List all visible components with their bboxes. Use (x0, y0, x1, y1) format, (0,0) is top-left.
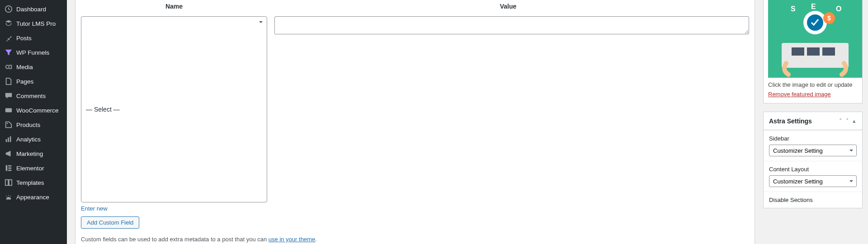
sidebar-item-comments[interactable]: Comments (0, 89, 67, 103)
admin-sidebar: Dashboard Tutor LMS Pro Posts WP Funnels… (0, 0, 67, 244)
products-icon (5, 121, 13, 129)
svg-rect-10 (8, 170, 11, 171)
svg-point-3 (7, 123, 8, 124)
sidebar-label: Dashboard (16, 6, 46, 13)
sidebar-item-marketing[interactable]: Marketing (0, 146, 67, 161)
custom-field-value-input[interactable] (274, 16, 749, 34)
custom-fields-metabox: Name Value — Select — Enter new Add Cust… (75, 0, 755, 244)
elementor-icon (5, 164, 13, 172)
svg-text:S: S (791, 5, 796, 13)
use-in-theme-link[interactable]: use in your theme (269, 236, 315, 243)
tutor-icon (5, 19, 13, 28)
sidebar-label: Pages (16, 78, 33, 85)
sidebar-label: Marketing (16, 150, 43, 157)
marketing-icon (5, 150, 13, 158)
pages-icon (5, 77, 13, 85)
astra-settings-metabox: Astra Settings ˄ ˅ ▴ Sidebar Customizer … (763, 112, 863, 208)
svg-text:$: $ (827, 14, 831, 22)
sidebar-label: Tutor LMS Pro (16, 20, 56, 27)
svg-rect-19 (807, 47, 820, 56)
sidebar-item-wp-funnels[interactable]: WP Funnels (0, 45, 67, 60)
sidebar-item-dashboard[interactable]: Dashboard (0, 2, 67, 16)
featured-image-edit-text: Click the image to edit or update (768, 81, 858, 88)
svg-text:O: O (836, 5, 841, 13)
svg-rect-7 (6, 165, 8, 171)
sidebar-label: Elementor (16, 165, 44, 172)
sidebar-label: WP Funnels (16, 49, 49, 56)
sidebar-label: Products (16, 122, 40, 128)
sidebar-label: Appearance (16, 194, 49, 201)
astra-layout-label: Content Layout (769, 166, 857, 173)
cf-name-header: Name (81, 3, 267, 10)
appearance-icon (5, 193, 13, 201)
featured-image-thumbnail[interactable]: $SEO (768, 0, 862, 78)
svg-rect-8 (8, 165, 11, 167)
metabox-collapse-icon[interactable]: ▴ (852, 117, 857, 125)
svg-rect-4 (6, 139, 7, 142)
woocommerce-icon (5, 106, 13, 114)
featured-image-metabox: $SEO Click the image to edit or update R… (763, 0, 863, 103)
svg-point-13 (8, 195, 9, 196)
svg-point-14 (6, 196, 7, 197)
custom-field-name-select[interactable]: — Select — (81, 16, 267, 202)
svg-point-1 (6, 65, 9, 68)
svg-text:E: E (811, 3, 816, 10)
astra-sidebar-select[interactable]: Customizer Setting (769, 145, 857, 156)
svg-rect-2 (5, 108, 12, 113)
astra-title: Astra Settings (769, 117, 812, 125)
sidebar-item-woocommerce[interactable]: WooCommerce (0, 103, 67, 117)
add-custom-field-button[interactable]: Add Custom Field (81, 216, 139, 229)
sidebar-item-posts[interactable]: Posts (0, 31, 67, 45)
sidebar-label: Analytics (16, 136, 41, 143)
svg-rect-20 (822, 47, 835, 56)
astra-sidebar-label: Sidebar (769, 135, 857, 142)
svg-rect-12 (9, 180, 12, 186)
svg-rect-11 (5, 180, 8, 186)
sidebar-item-elementor[interactable]: Elementor (0, 161, 67, 175)
custom-fields-helper: Custom fields can be used to add extra m… (81, 232, 749, 243)
sidebar-label: Media (16, 64, 33, 70)
svg-rect-6 (10, 136, 11, 142)
sidebar-item-analytics[interactable]: Analytics (0, 132, 67, 146)
astra-layout-select[interactable]: Customizer Setting (769, 175, 857, 187)
sidebar-label: Posts (16, 35, 32, 42)
sidebar-item-tutor-lms[interactable]: Tutor LMS Pro (0, 16, 67, 31)
media-icon (5, 63, 13, 71)
dashboard-icon (5, 5, 13, 13)
sidebar-item-products[interactable]: Products (0, 117, 67, 132)
svg-point-15 (10, 196, 11, 197)
sidebar-label: Templates (16, 179, 44, 186)
sidebar-item-media[interactable]: Media (0, 60, 67, 74)
svg-rect-18 (792, 47, 804, 56)
svg-rect-5 (8, 137, 9, 142)
cf-value-header: Value (267, 3, 749, 10)
astra-disable-label: Disable Sections (769, 197, 857, 203)
svg-rect-9 (8, 168, 11, 169)
custom-fields-header-row: Name Value (75, 0, 755, 13)
sidebar-label: Comments (16, 93, 46, 99)
metabox-down-icon[interactable]: ˅ (845, 117, 850, 125)
funnel-icon (5, 48, 13, 56)
sidebar-item-templates[interactable]: Templates (0, 175, 67, 190)
comments-icon (5, 92, 13, 100)
templates-icon (5, 178, 13, 187)
sidebar-item-pages[interactable]: Pages (0, 74, 67, 89)
remove-featured-image-link[interactable]: Remove featured image (768, 91, 831, 98)
analytics-icon (5, 135, 13, 143)
enter-new-link[interactable]: Enter new (81, 205, 267, 212)
metabox-up-icon[interactable]: ˄ (838, 117, 843, 125)
sidebar-label: WooCommerce (16, 107, 59, 114)
pin-icon (5, 34, 13, 42)
sidebar-item-appearance[interactable]: Appearance (0, 190, 67, 204)
